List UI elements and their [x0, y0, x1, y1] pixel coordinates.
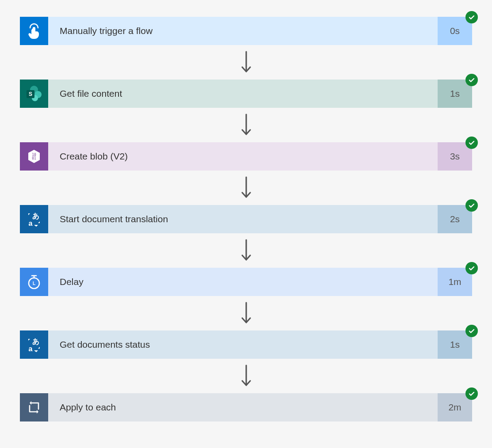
blob-icon: 10 01: [20, 142, 48, 171]
flow-step[interactable]: あ a Get documents status 1s: [20, 330, 472, 359]
svg-text:あ: あ: [32, 338, 39, 345]
flow-step[interactable]: Manually trigger a flow 0s: [20, 17, 472, 45]
success-badge: [465, 11, 478, 23]
step-label: Start document translation: [48, 205, 438, 233]
arrow-down-icon: [20, 171, 472, 205]
svg-text:a: a: [29, 220, 33, 227]
success-badge: [465, 387, 478, 400]
translator-icon: あ a: [20, 205, 48, 233]
tap-icon: [20, 17, 48, 45]
success-badge: [465, 74, 478, 86]
flow-diagram: Manually trigger a flow 0s S Get file co…: [0, 0, 492, 421]
step-label: Create blob (V2): [48, 142, 438, 171]
arrow-down-icon: [20, 359, 472, 393]
flow-step[interactable]: L Delay 1m: [20, 268, 472, 296]
success-badge: [465, 199, 478, 212]
svg-text:a: a: [29, 345, 33, 353]
loop-icon: [20, 393, 48, 421]
sharepoint-icon: S: [20, 80, 48, 108]
step-label: Apply to each: [48, 393, 438, 421]
arrow-down-icon: [20, 296, 472, 330]
svg-text:あ: あ: [32, 212, 39, 220]
flow-step[interactable]: あ a Start document translation 2s: [20, 205, 472, 233]
arrow-down-icon: [20, 233, 472, 268]
success-badge: [465, 262, 478, 274]
arrow-down-icon: [20, 45, 472, 80]
flow-step[interactable]: 10 01 Create blob (V2) 3s: [20, 142, 472, 171]
flow-step[interactable]: S Get file content 1s: [20, 80, 472, 108]
step-label: Delay: [48, 268, 438, 296]
step-label: Get documents status: [48, 330, 438, 359]
success-badge: [465, 137, 478, 149]
svg-text:S: S: [29, 91, 32, 97]
svg-text:01: 01: [32, 156, 36, 160]
step-label: Get file content: [48, 80, 438, 108]
timer-icon: L: [20, 268, 48, 296]
step-label: Manually trigger a flow: [48, 17, 438, 45]
arrow-down-icon: [20, 108, 472, 142]
success-badge: [465, 325, 478, 337]
translator-icon: あ a: [20, 330, 48, 359]
flow-step[interactable]: Apply to each 2m: [20, 393, 472, 421]
svg-text:L: L: [33, 281, 35, 286]
